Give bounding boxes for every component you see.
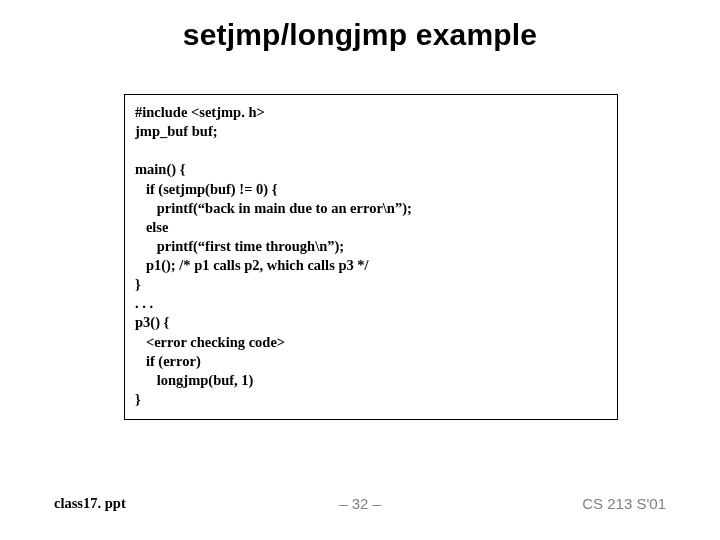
footer-course: CS 213 S'01	[582, 495, 666, 512]
slide: setjmp/longjmp example #include <setjmp.…	[0, 0, 720, 540]
code-content: #include <setjmp. h> jmp_buf buf; main()…	[135, 103, 607, 409]
code-box: #include <setjmp. h> jmp_buf buf; main()…	[124, 94, 618, 420]
slide-title: setjmp/longjmp example	[0, 18, 720, 52]
